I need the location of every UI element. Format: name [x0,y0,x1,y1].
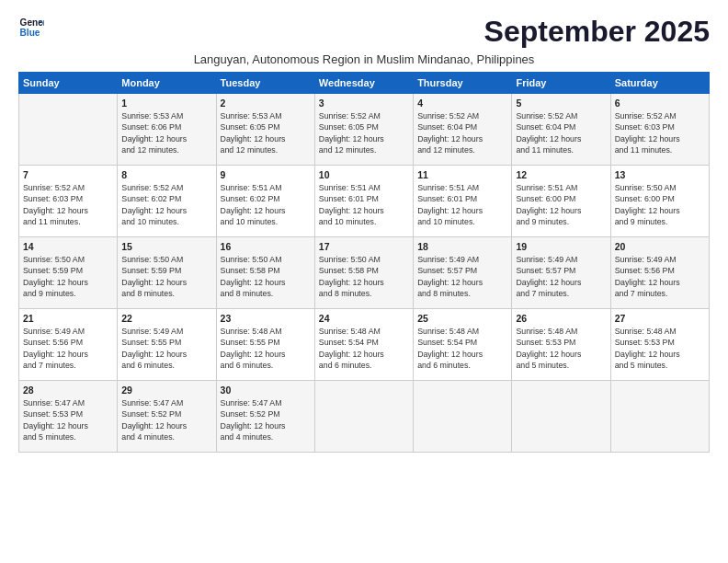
table-row: 16Sunrise: 5:50 AM Sunset: 5:58 PM Dayli… [216,237,314,309]
table-row [512,381,610,453]
day-number: 2 [221,97,311,109]
day-info: Sunrise: 5:49 AM Sunset: 5:56 PM Dayligh… [23,326,113,371]
day-number: 9 [221,168,311,181]
day-info: Sunrise: 5:52 AM Sunset: 6:04 PM Dayligh… [417,110,507,155]
day-info: Sunrise: 5:47 AM Sunset: 5:53 PM Dayligh… [23,397,113,442]
day-info: Sunrise: 5:52 AM Sunset: 6:03 PM Dayligh… [615,110,705,155]
day-number: 6 [615,97,705,109]
day-number: 21 [23,312,113,325]
table-row: 1Sunrise: 5:53 AM Sunset: 6:06 PM Daylig… [118,94,216,166]
day-number: 1 [121,97,211,109]
calendar-table: Sunday Monday Tuesday Wednesday Thursday… [18,72,710,453]
day-info: Sunrise: 5:47 AM Sunset: 5:52 PM Dayligh… [121,397,211,442]
calendar-header-row: Sunday Monday Tuesday Wednesday Thursday… [19,73,710,94]
day-number: 23 [221,312,311,325]
table-row: 6Sunrise: 5:52 AM Sunset: 6:03 PM Daylig… [610,94,709,166]
day-number: 29 [121,384,211,396]
day-info: Sunrise: 5:51 AM Sunset: 6:01 PM Dayligh… [319,182,409,227]
table-row: 14Sunrise: 5:50 AM Sunset: 5:59 PM Dayli… [19,237,118,309]
day-number: 17 [319,240,409,253]
page: General Blue September 2025 Languyan, Au… [0,0,728,563]
table-row: 29Sunrise: 5:47 AM Sunset: 5:52 PM Dayli… [118,381,216,453]
table-row: 4Sunrise: 5:52 AM Sunset: 6:04 PM Daylig… [414,94,512,166]
month-title: September 2025 [484,15,710,49]
day-info: Sunrise: 5:48 AM Sunset: 5:54 PM Dayligh… [417,326,507,371]
day-number: 14 [23,240,113,253]
table-row: 20Sunrise: 5:49 AM Sunset: 5:56 PM Dayli… [610,237,709,309]
svg-text:Blue: Blue [20,28,40,38]
col-wednesday: Wednesday [314,73,413,94]
day-number: 22 [121,312,211,325]
day-info: Sunrise: 5:50 AM Sunset: 5:59 PM Dayligh… [23,254,113,299]
day-number: 13 [615,168,705,181]
table-row: 26Sunrise: 5:48 AM Sunset: 5:53 PM Dayli… [512,309,610,381]
table-row: 5Sunrise: 5:52 AM Sunset: 6:04 PM Daylig… [512,94,610,166]
table-row: 23Sunrise: 5:48 AM Sunset: 5:55 PM Dayli… [216,309,314,381]
day-number: 20 [615,240,705,253]
subtitle: Languyan, Autonomous Region in Muslim Mi… [18,52,710,66]
day-info: Sunrise: 5:48 AM Sunset: 5:54 PM Dayligh… [319,326,409,371]
table-row: 27Sunrise: 5:48 AM Sunset: 5:53 PM Dayli… [610,309,709,381]
table-row: 13Sunrise: 5:50 AM Sunset: 6:00 PM Dayli… [610,166,709,237]
calendar-week-row: 7Sunrise: 5:52 AM Sunset: 6:03 PM Daylig… [19,166,710,237]
table-row: 30Sunrise: 5:47 AM Sunset: 5:52 PM Dayli… [216,381,314,453]
table-row [610,381,709,453]
col-sunday: Sunday [19,73,118,94]
table-row: 28Sunrise: 5:47 AM Sunset: 5:53 PM Dayli… [19,381,118,453]
day-info: Sunrise: 5:50 AM Sunset: 5:58 PM Dayligh… [221,254,311,299]
day-info: Sunrise: 5:52 AM Sunset: 6:03 PM Dayligh… [23,182,113,227]
day-info: Sunrise: 5:50 AM Sunset: 6:00 PM Dayligh… [615,182,705,227]
day-number: 11 [417,168,507,181]
day-info: Sunrise: 5:49 AM Sunset: 5:57 PM Dayligh… [516,254,606,299]
calendar-week-row: 21Sunrise: 5:49 AM Sunset: 5:56 PM Dayli… [19,309,710,381]
day-number: 15 [121,240,211,253]
logo: General Blue [18,15,44,40]
day-number: 27 [615,312,705,325]
col-tuesday: Tuesday [216,73,314,94]
day-number: 8 [121,168,211,181]
calendar-week-row: 28Sunrise: 5:47 AM Sunset: 5:53 PM Dayli… [19,381,710,453]
table-row: 8Sunrise: 5:52 AM Sunset: 6:02 PM Daylig… [118,166,216,237]
table-row: 11Sunrise: 5:51 AM Sunset: 6:01 PM Dayli… [414,166,512,237]
table-row: 7Sunrise: 5:52 AM Sunset: 6:03 PM Daylig… [19,166,118,237]
table-row: 22Sunrise: 5:49 AM Sunset: 5:55 PM Dayli… [118,309,216,381]
calendar-week-row: 14Sunrise: 5:50 AM Sunset: 5:59 PM Dayli… [19,237,710,309]
day-number: 12 [516,168,606,181]
table-row [314,381,413,453]
day-info: Sunrise: 5:53 AM Sunset: 6:06 PM Dayligh… [121,110,211,155]
day-info: Sunrise: 5:50 AM Sunset: 5:58 PM Dayligh… [319,254,409,299]
day-number: 30 [221,384,311,396]
day-info: Sunrise: 5:50 AM Sunset: 5:59 PM Dayligh… [121,254,211,299]
day-info: Sunrise: 5:51 AM Sunset: 6:01 PM Dayligh… [417,182,507,227]
table-row: 17Sunrise: 5:50 AM Sunset: 5:58 PM Dayli… [314,237,413,309]
day-info: Sunrise: 5:51 AM Sunset: 6:00 PM Dayligh… [516,182,606,227]
day-info: Sunrise: 5:52 AM Sunset: 6:02 PM Dayligh… [121,182,211,227]
day-info: Sunrise: 5:47 AM Sunset: 5:52 PM Dayligh… [221,397,311,442]
day-info: Sunrise: 5:48 AM Sunset: 5:53 PM Dayligh… [615,326,705,371]
col-thursday: Thursday [414,73,512,94]
table-row: 24Sunrise: 5:48 AM Sunset: 5:54 PM Dayli… [314,309,413,381]
day-number: 10 [319,168,409,181]
table-row: 15Sunrise: 5:50 AM Sunset: 5:59 PM Dayli… [118,237,216,309]
day-info: Sunrise: 5:52 AM Sunset: 6:05 PM Dayligh… [319,110,409,155]
day-number: 7 [23,168,113,181]
col-saturday: Saturday [610,73,709,94]
table-row: 19Sunrise: 5:49 AM Sunset: 5:57 PM Dayli… [512,237,610,309]
day-number: 28 [23,384,113,396]
day-number: 16 [221,240,311,253]
table-row: 21Sunrise: 5:49 AM Sunset: 5:56 PM Dayli… [19,309,118,381]
day-number: 3 [319,97,409,109]
day-info: Sunrise: 5:51 AM Sunset: 6:02 PM Dayligh… [221,182,311,227]
day-number: 4 [417,97,507,109]
logo-icon: General Blue [18,15,44,40]
day-number: 19 [516,240,606,253]
day-number: 24 [319,312,409,325]
table-row: 9Sunrise: 5:51 AM Sunset: 6:02 PM Daylig… [216,166,314,237]
header: General Blue September 2025 [18,15,710,49]
table-row: 3Sunrise: 5:52 AM Sunset: 6:05 PM Daylig… [314,94,413,166]
table-row: 10Sunrise: 5:51 AM Sunset: 6:01 PM Dayli… [314,166,413,237]
day-info: Sunrise: 5:48 AM Sunset: 5:55 PM Dayligh… [221,326,311,371]
day-info: Sunrise: 5:49 AM Sunset: 5:56 PM Dayligh… [615,254,705,299]
day-info: Sunrise: 5:48 AM Sunset: 5:53 PM Dayligh… [516,326,606,371]
table-row [414,381,512,453]
